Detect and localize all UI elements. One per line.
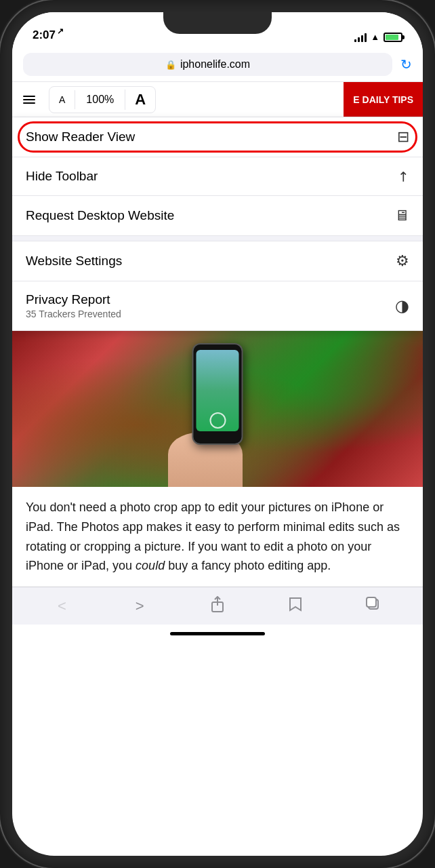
- daily-tips-button[interactable]: E DAILY TIPS: [344, 82, 423, 117]
- status-icons: ▲: [354, 32, 402, 42]
- time-text: 2:07: [33, 28, 56, 41]
- share-icon: [210, 596, 225, 616]
- back-button[interactable]: <: [45, 591, 79, 621]
- font-size-controls[interactable]: A 100% A: [49, 86, 156, 113]
- font-toolbar: A 100% A E DAILY TIPS: [12, 82, 423, 117]
- url-bar-inner[interactable]: 🔒 iphonelife.com: [23, 53, 392, 76]
- web-content[interactable]: You don't need a photo crop app to edit …: [12, 331, 423, 587]
- show-reader-view-item[interactable]: Show Reader View ⊟: [12, 117, 423, 157]
- phone-in-image: [192, 343, 243, 445]
- article-text: You don't need a photo crop app to edit …: [26, 498, 409, 576]
- forward-icon: >: [136, 597, 144, 615]
- bookmarks-icon: [288, 596, 303, 616]
- article-image: [12, 331, 423, 487]
- dropdown-menu: Show Reader View ⊟ Hide Toolbar ↖ Reques…: [12, 117, 423, 331]
- bottom-nav: < >: [12, 587, 423, 625]
- tabs-icon: [366, 597, 381, 616]
- bookmarks-button[interactable]: [278, 591, 312, 621]
- signal-bar-1: [354, 39, 356, 42]
- request-desktop-item[interactable]: Request Desktop Website 🖥: [12, 196, 423, 236]
- privacy-report-label: Privacy Report: [26, 292, 121, 307]
- home-indicator: [12, 625, 423, 642]
- privacy-report-text-group: Privacy Report 35 Trackers Prevented: [26, 292, 121, 319]
- battery-fill: [386, 35, 398, 40]
- svg-rect-2: [367, 597, 376, 607]
- url-bar[interactable]: 🔒 iphonelife.com ↻: [12, 47, 423, 82]
- article-body: You don't need a photo crop app to edit …: [12, 487, 423, 587]
- hide-toolbar-label: Hide Toolbar: [26, 169, 98, 184]
- hide-toolbar-icon: ↖: [394, 167, 413, 186]
- lock-icon: 🔒: [165, 60, 176, 70]
- phone-frame: 2:07↗ ▲ 🔒 iphonelife.com ↻: [0, 0, 435, 868]
- reload-button[interactable]: ↻: [400, 56, 412, 73]
- wifi-icon: ▲: [371, 32, 379, 42]
- request-desktop-label: Request Desktop Website: [26, 208, 174, 223]
- signal-bar-2: [358, 37, 360, 42]
- menu-separator-1: [12, 236, 423, 241]
- privacy-report-sublabel: 35 Trackers Prevented: [26, 309, 121, 319]
- desktop-icon: 🖥: [394, 207, 409, 224]
- screen: 2:07↗ ▲ 🔒 iphonelife.com ↻: [12, 12, 423, 856]
- settings-gear-icon: ⚙: [396, 252, 409, 270]
- home-bar: [170, 632, 265, 635]
- url-text: iphonelife.com: [180, 58, 250, 71]
- hide-toolbar-item[interactable]: Hide Toolbar ↖: [12, 157, 423, 196]
- hamburger-icon[interactable]: [23, 96, 35, 104]
- privacy-shield-icon: ◑: [395, 296, 409, 315]
- font-decrease-button[interactable]: A: [49, 90, 75, 109]
- signal-bars-icon: [354, 33, 367, 42]
- show-reader-view-label: Show Reader View: [26, 130, 135, 144]
- notch: [163, 12, 272, 34]
- signal-bar-3: [361, 35, 363, 42]
- battery-icon: [384, 33, 402, 42]
- status-bar: 2:07↗ ▲: [12, 12, 423, 47]
- tabs-button[interactable]: [356, 591, 390, 621]
- font-percent-display: 100%: [75, 90, 125, 110]
- share-button[interactable]: [201, 591, 234, 621]
- website-settings-label: Website Settings: [26, 254, 122, 269]
- font-increase-button[interactable]: A: [125, 87, 155, 113]
- location-arrow-icon: ↗: [57, 26, 64, 36]
- back-icon: <: [58, 597, 66, 615]
- signal-bar-4: [365, 33, 367, 42]
- reader-view-icon: ⊟: [397, 128, 409, 146]
- forward-button[interactable]: >: [123, 591, 157, 621]
- website-settings-item[interactable]: Website Settings ⚙: [12, 241, 423, 281]
- privacy-report-item[interactable]: Privacy Report 35 Trackers Prevented ◑: [12, 281, 423, 330]
- font-toolbar-left: A 100% A: [12, 86, 344, 113]
